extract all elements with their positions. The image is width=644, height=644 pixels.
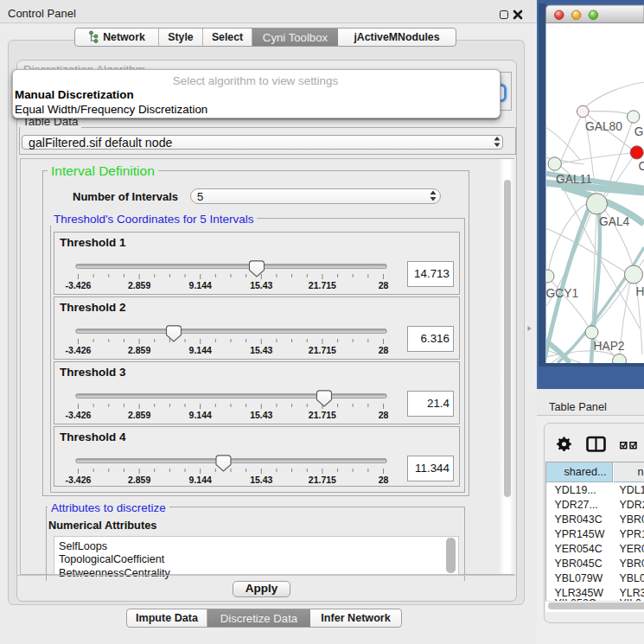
svg-text:G.: G.	[634, 125, 644, 138]
svg-text:GAL80: GAL80	[585, 120, 622, 133]
svg-text:2.859: 2.859	[128, 280, 150, 290]
svg-text:28: 28	[379, 410, 389, 420]
svg-text:15.43: 15.43	[250, 280, 272, 290]
svg-text:2.859: 2.859	[128, 345, 150, 355]
svg-text:9.144: 9.144	[189, 280, 212, 290]
svg-text:28: 28	[379, 280, 389, 290]
svg-text:-3.426: -3.426	[66, 475, 92, 485]
svg-text:GAL4: GAL4	[599, 215, 630, 228]
svg-text:15.43: 15.43	[250, 475, 272, 485]
svg-text:21.715: 21.715	[309, 280, 336, 290]
svg-text:C: C	[639, 160, 644, 173]
svg-text:28: 28	[379, 345, 389, 355]
svg-text:21.715: 21.715	[309, 410, 336, 420]
svg-text:H: H	[636, 285, 644, 298]
svg-text:GCY1: GCY1	[546, 287, 579, 300]
svg-text:-3.426: -3.426	[66, 280, 92, 290]
svg-text:HAP2: HAP2	[594, 340, 625, 353]
svg-text:2.859: 2.859	[128, 475, 150, 485]
svg-text:-3.426: -3.426	[66, 410, 92, 420]
svg-text:15.43: 15.43	[250, 410, 272, 420]
svg-text:9.144: 9.144	[189, 345, 212, 355]
svg-text:-3.426: -3.426	[66, 345, 92, 355]
svg-text:GAL11: GAL11	[556, 173, 592, 186]
svg-text:21.715: 21.715	[309, 345, 336, 355]
svg-text:28: 28	[379, 475, 389, 485]
svg-text:15.43: 15.43	[250, 345, 272, 355]
svg-text:9.144: 9.144	[189, 475, 212, 485]
svg-text:21.715: 21.715	[309, 475, 336, 485]
svg-text:2.859: 2.859	[128, 410, 150, 420]
svg-text:9.144: 9.144	[189, 410, 212, 420]
